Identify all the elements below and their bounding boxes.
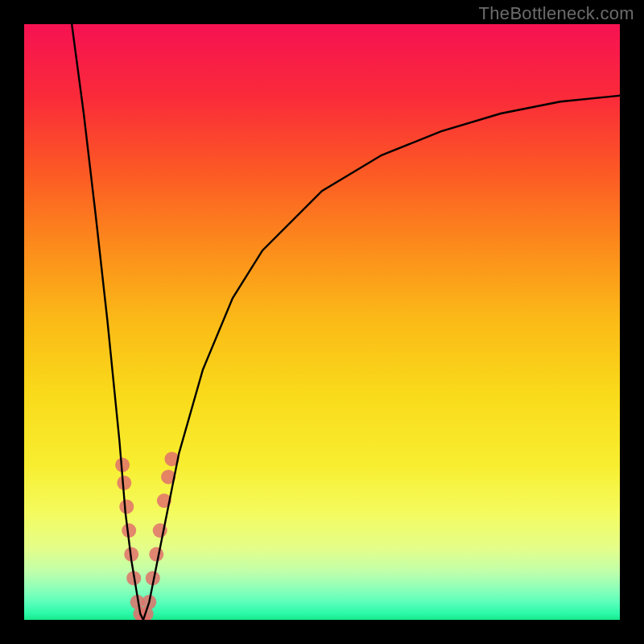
marker-layer [115,452,179,620]
curve-layer [24,24,620,620]
chart-frame: TheBottleneck.com [0,0,644,644]
marker-point [149,547,163,562]
plot-area [24,24,620,620]
watermark-text: TheBottleneck.com [479,3,634,24]
marker-point [119,499,134,514]
bottleneck-curve-right [143,96,620,620]
